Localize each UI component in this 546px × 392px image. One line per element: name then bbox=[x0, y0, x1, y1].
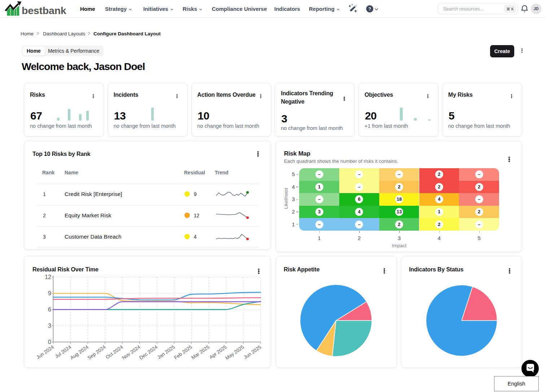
svg-text:bestbank: bestbank bbox=[22, 5, 66, 16]
svg-text:Oct 2024: Oct 2024 bbox=[105, 344, 124, 360]
svg-text:Aug 2024: Aug 2024 bbox=[69, 344, 89, 361]
svg-text:Nov 2024: Nov 2024 bbox=[121, 344, 141, 361]
svg-text:3: 3 bbox=[48, 323, 51, 329]
svg-text:0: 0 bbox=[48, 339, 51, 345]
svg-text:Jun 2024: Jun 2024 bbox=[35, 344, 55, 360]
svg-text:9: 9 bbox=[48, 290, 51, 296]
svg-text:12: 12 bbox=[45, 274, 51, 280]
svg-text:?: ? bbox=[368, 6, 371, 12]
svg-text:Dec 2024: Dec 2024 bbox=[138, 344, 158, 361]
svg-text:Feb 2025: Feb 2025 bbox=[173, 344, 193, 361]
svg-text:Mar 2025: Mar 2025 bbox=[191, 344, 210, 361]
svg-text:Sep 2024: Sep 2024 bbox=[87, 344, 107, 361]
svg-text:May 2025: May 2025 bbox=[224, 344, 245, 361]
svg-text:Jan 2025: Jan 2025 bbox=[156, 344, 176, 360]
svg-text:Jun 2025: Jun 2025 bbox=[243, 344, 262, 360]
svg-text:6: 6 bbox=[48, 306, 51, 313]
